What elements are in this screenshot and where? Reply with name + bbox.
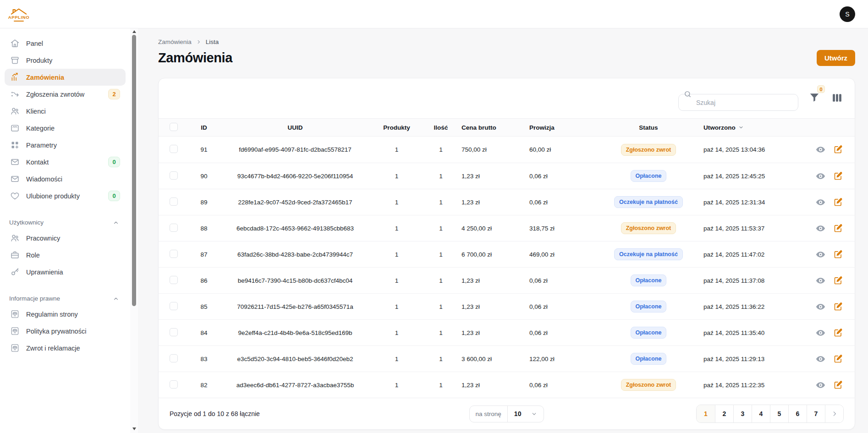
- sidebar-item-polityka-prywatnosci[interactable]: Polityka prywatności: [5, 323, 126, 340]
- view-button[interactable]: [815, 171, 826, 181]
- row-checkbox[interactable]: [170, 145, 178, 153]
- edit-button[interactable]: [833, 145, 843, 154]
- edit-button[interactable]: [833, 171, 843, 181]
- column-header-cena-brutto[interactable]: Cena brutto: [459, 124, 527, 131]
- edit-button[interactable]: [833, 380, 843, 390]
- sidebar-item-zamowienia[interactable]: Zamówienia: [5, 69, 126, 86]
- create-button[interactable]: Utwórz: [817, 50, 855, 66]
- row-checkbox[interactable]: [170, 302, 178, 310]
- page-button-1[interactable]: 1: [697, 405, 715, 422]
- sidebar-item-produkty[interactable]: Produkty: [5, 52, 126, 69]
- row-checkbox[interactable]: [170, 224, 178, 232]
- next-page-button[interactable]: [825, 405, 843, 422]
- eye-icon: [815, 171, 826, 181]
- scrollbar-thumb[interactable]: [132, 35, 136, 306]
- cell-uuid: 93c4677b-b4d2-4606-9220-5e206f110954: [220, 173, 370, 180]
- breadcrumb-zamowienia[interactable]: Zamówienia: [158, 38, 192, 45]
- row-checkbox[interactable]: [170, 276, 178, 284]
- view-button[interactable]: [815, 197, 826, 208]
- row-checkbox[interactable]: [170, 328, 178, 336]
- row-checkbox[interactable]: [170, 354, 178, 362]
- sidebar-item-role[interactable]: Role: [5, 247, 126, 263]
- scrollbar-down-arrow[interactable]: [130, 426, 138, 432]
- column-header-produkty[interactable]: Produkty: [370, 124, 423, 131]
- view-button[interactable]: [815, 328, 826, 338]
- page-button-4[interactable]: 4: [752, 405, 770, 422]
- eye-icon: [815, 301, 826, 312]
- status-badge: Opłacone: [631, 274, 667, 286]
- cell-cena-brutto: 1,23 zł: [459, 199, 527, 206]
- cell-utworzono: paź 14, 2025 11:37:08: [701, 277, 810, 284]
- sidebar: Panel Produkty Zamówienia Zgłoszenia zwr…: [0, 28, 130, 433]
- per-page-select[interactable]: na stronę 10: [469, 406, 544, 422]
- edit-button[interactable]: [833, 250, 843, 259]
- sidebar-item-zgloszenia-zwrotow[interactable]: Zgłoszenia zwrotów 2: [5, 86, 126, 103]
- view-button[interactable]: [815, 249, 826, 260]
- scrollbar-up-arrow[interactable]: [130, 28, 138, 35]
- status-badge: Oczekuje na płatność: [614, 248, 683, 260]
- page-button-2[interactable]: 2: [715, 405, 733, 422]
- sidebar-item-klienci[interactable]: Klienci: [5, 103, 126, 120]
- edit-button[interactable]: [833, 276, 843, 285]
- view-button[interactable]: [815, 223, 826, 234]
- table-header-row: ID UUID Produkty Ilość Cena brutto Prowi…: [159, 118, 855, 137]
- select-all-checkbox[interactable]: [170, 123, 178, 131]
- edit-button[interactable]: [833, 354, 843, 364]
- sidebar-item-parametry[interactable]: Parametry: [5, 137, 126, 153]
- page-button-5[interactable]: 5: [770, 405, 788, 422]
- view-button[interactable]: [815, 380, 826, 390]
- view-button[interactable]: [815, 354, 826, 364]
- sidebar-item-uprawnienia[interactable]: Uprawnienia: [5, 263, 126, 280]
- sidebar-item-kategorie[interactable]: Kategorie: [5, 120, 126, 137]
- applino-logo[interactable]: APPLINO: [6, 6, 31, 22]
- column-header-ilosc[interactable]: Ilość: [423, 124, 459, 131]
- breadcrumb-lista[interactable]: Lista: [206, 38, 219, 45]
- cell-id: 89: [188, 199, 220, 206]
- columns-button[interactable]: [830, 91, 844, 106]
- edit-button[interactable]: [833, 197, 843, 207]
- column-header-status[interactable]: Status: [596, 124, 701, 131]
- column-header-prowizja[interactable]: Prowizja: [527, 124, 596, 131]
- column-header-utworzono[interactable]: Utworzono: [701, 124, 810, 131]
- status-badge: Opłacone: [631, 353, 667, 365]
- eye-icon: [815, 249, 826, 260]
- user-avatar[interactable]: S: [840, 6, 855, 22]
- sidebar-section-u-ytkownicy[interactable]: Użytkownicy: [0, 215, 130, 230]
- cell-ilosc: 1: [423, 329, 459, 336]
- edit-button[interactable]: [833, 302, 843, 312]
- view-button[interactable]: [815, 144, 826, 155]
- filter-button[interactable]: 0: [808, 91, 821, 106]
- sidebar-item-pracownicy[interactable]: Pracownicy: [5, 230, 126, 247]
- view-button[interactable]: [815, 301, 826, 312]
- edit-button[interactable]: [833, 328, 843, 338]
- cell-ilosc: 1: [423, 199, 459, 206]
- sidebar-item-panel[interactable]: Panel: [5, 35, 126, 52]
- row-checkbox[interactable]: [170, 250, 178, 258]
- page-button-6[interactable]: 6: [788, 405, 807, 422]
- view-button[interactable]: [815, 275, 826, 286]
- search-input[interactable]: [678, 94, 798, 111]
- edit-icon: [833, 354, 843, 364]
- sidebar-item-zwrot-i-reklamacje[interactable]: Zwrot i reklamacje: [5, 340, 126, 356]
- sidebar-scrollbar[interactable]: [130, 28, 138, 433]
- sidebar-section-informacje-prawne[interactable]: Informacje prawne: [0, 291, 130, 306]
- cell-cena-brutto: 3 600,00 zł: [459, 356, 527, 362]
- sidebar-item-wiadomosci[interactable]: Wiadomości: [5, 170, 126, 187]
- page-button-7[interactable]: 7: [807, 405, 825, 422]
- legal-icon: [10, 326, 20, 336]
- pagination: 1234567: [696, 405, 844, 423]
- sidebar-item-regulamin-strony[interactable]: Regulamin strony: [5, 306, 126, 323]
- edit-button[interactable]: [833, 224, 843, 233]
- row-checkbox[interactable]: [170, 197, 178, 206]
- column-header-id[interactable]: ID: [188, 124, 220, 131]
- sidebar-item-ulubione-produkty[interactable]: Ulubione produkty 0: [5, 187, 126, 204]
- key-icon: [10, 267, 20, 277]
- table-row: 82 ad3eec6d-db61-4277-8727-a3acbae3755b …: [159, 372, 855, 398]
- page-button-3[interactable]: 3: [733, 405, 752, 422]
- column-header-uuid[interactable]: UUID: [220, 124, 370, 131]
- logo-text: APPLINO: [8, 15, 29, 20]
- page-title: Zamówienia: [158, 50, 232, 66]
- row-checkbox[interactable]: [170, 380, 178, 389]
- row-checkbox[interactable]: [170, 171, 178, 180]
- sidebar-item-kontakt[interactable]: Kontakt 0: [5, 153, 126, 170]
